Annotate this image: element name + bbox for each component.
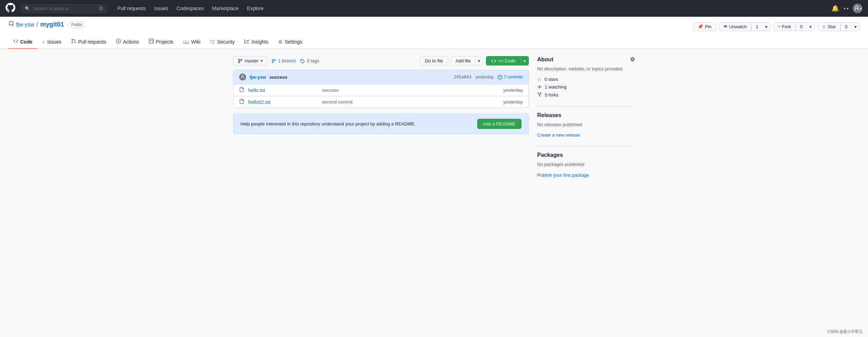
watching-count: 1 watching	[545, 84, 566, 90]
code-tab-icon	[13, 39, 18, 45]
watch-main[interactable]: 👁 Unwatch	[719, 23, 751, 31]
repo-actions: 📌 Pin 👁 Unwatch 1 ▾ ⑂ Fork 0 ▾	[693, 22, 860, 31]
repo-name-link[interactable]: mygit01	[40, 21, 64, 28]
readme-banner: Help people interested in this repositor…	[233, 114, 529, 134]
tab-pr-label: Pull requests	[78, 39, 106, 45]
tab-wiki[interactable]: 📖 Wiki	[178, 35, 205, 49]
publish-package-link[interactable]: Publish your first package	[537, 173, 589, 178]
fork-icon: ⑂	[778, 24, 781, 29]
branch-selector[interactable]: master ▾	[233, 56, 267, 66]
nav-explore[interactable]: Explore	[244, 3, 267, 13]
watch-caret[interactable]: ▾	[762, 23, 770, 31]
code-main[interactable]: <> Code	[486, 56, 520, 65]
tab-code-label: Code	[20, 39, 32, 45]
breadcrumb: fjw-ysw / mygit01 Public	[8, 21, 86, 28]
file-icon-hello02	[239, 99, 244, 105]
file-time-hello02: yesterday	[503, 99, 523, 105]
watching-stat: 👁 1 watching	[537, 84, 635, 90]
repo-owner-link[interactable]: fjw-ysw	[16, 22, 34, 28]
tab-actions[interactable]: Actions	[111, 35, 144, 49]
github-logo[interactable]	[6, 3, 15, 14]
search-input[interactable]	[33, 6, 96, 11]
file-commit-hello: success	[322, 87, 499, 93]
nav-issues[interactable]: Issues	[151, 3, 172, 13]
search-box[interactable]: 🔍 /	[21, 4, 107, 13]
code-caret[interactable]: ▾	[520, 57, 528, 65]
add-file-button: Add file ▾	[451, 56, 483, 66]
search-kbd: /	[99, 6, 103, 11]
tab-wiki-label: Wiki	[191, 39, 200, 45]
commit-meta: 245a843 yesterday 7 commits	[454, 75, 523, 79]
tab-security[interactable]: 🛡 Security	[205, 35, 240, 49]
about-description: No description, website, or topics provi…	[537, 66, 635, 72]
user-avatar[interactable]: ▾	[853, 3, 862, 13]
star-caret[interactable]: ▾	[852, 23, 859, 31]
new-menu-button[interactable]: + ▾	[843, 6, 848, 11]
watching-icon: 👁	[537, 84, 542, 90]
tab-code[interactable]: Code	[8, 35, 37, 49]
top-navigation: 🔍 / Pull requests Issues Codespaces Mark…	[0, 0, 868, 17]
commit-author-avatar	[239, 74, 246, 81]
tab-actions-label: Actions	[123, 39, 139, 45]
branch-count-link[interactable]: 1 branch	[272, 58, 296, 63]
commit-time: yesterday	[475, 75, 494, 79]
nav-codespaces[interactable]: Codespaces	[173, 3, 207, 13]
tab-issues[interactable]: ○ Issues	[37, 35, 66, 49]
packages-description: No packages published	[537, 161, 635, 168]
projects-tab-icon	[149, 39, 154, 45]
tab-issues-label: Issues	[47, 39, 61, 45]
latest-commit-row: fjw-ysw success 245a843 yesterday 7 comm…	[233, 70, 529, 84]
pin-icon: 📌	[698, 24, 703, 29]
add-readme-button[interactable]: Add a README	[477, 119, 521, 129]
releases-section: Releases No releases published Create a …	[537, 112, 635, 138]
wiki-tab-icon: 📖	[183, 39, 189, 45]
visibility-badge: Public	[68, 21, 86, 28]
commit-sha[interactable]: 245a843	[454, 75, 472, 79]
fork-main[interactable]: ⑂ Fork	[774, 23, 795, 31]
branch-chevron-icon: ▾	[261, 59, 263, 63]
star-button: ☆ Star 0 ▾	[817, 22, 860, 31]
forks-count: 0 forks	[545, 92, 558, 98]
notification-icon[interactable]: 🔔	[831, 5, 839, 12]
tab-insights-label: Insights	[251, 39, 268, 45]
file-name-hello[interactable]: hello.txt	[248, 87, 318, 93]
tag-count-link[interactable]: 0 tags	[300, 58, 319, 63]
about-title: About ⚙	[537, 56, 635, 63]
stars-icon: ☆	[537, 77, 542, 82]
security-tab-icon: 🛡	[210, 39, 215, 45]
pin-button[interactable]: 📌 Pin	[693, 22, 716, 31]
code-button: <> Code ▾	[486, 56, 529, 66]
releases-description: No releases published	[537, 121, 635, 128]
actions-tab-icon	[116, 39, 121, 45]
settings-gear-icon[interactable]: ⚙	[630, 56, 635, 63]
branch-tag-meta: 1 branch 0 tags	[272, 58, 319, 63]
top-nav-right: 🔔 + ▾ ▾	[831, 3, 862, 13]
pr-tab-icon	[71, 39, 76, 45]
stars-stat: ☆ 0 stars	[537, 77, 635, 82]
add-file-main[interactable]: Add file	[451, 56, 475, 65]
nav-marketplace[interactable]: Marketplace	[208, 3, 242, 13]
file-table: hello.txt success yesterday hello02.txt …	[233, 84, 529, 108]
about-section: About ⚙ No description, website, or topi…	[537, 56, 635, 98]
divider-1	[537, 106, 635, 107]
tab-settings[interactable]: ⚙ Settings	[273, 35, 307, 49]
top-nav-links: Pull requests Issues Codespaces Marketpl…	[114, 3, 267, 13]
commit-author-link[interactable]: fjw-ysw	[250, 75, 266, 80]
watch-button: 👁 Unwatch 1 ▾	[719, 22, 770, 31]
tab-projects[interactable]: Projects	[144, 35, 178, 49]
file-name-hello02[interactable]: hello02.txt	[248, 99, 318, 105]
file-browser-toolbar-right: Go to file Add file ▾ <> Code ▾	[420, 56, 529, 66]
commit-history-link[interactable]: 7 commits	[498, 75, 523, 79]
watch-count: 1	[751, 23, 762, 31]
tab-pull-requests[interactable]: Pull requests	[66, 35, 111, 49]
repo-icon	[8, 21, 14, 28]
repo-tabs: Code ○ Issues Pull requests Actions Proj…	[8, 35, 860, 49]
star-main[interactable]: ☆ Star	[818, 23, 840, 31]
file-row: hello.txt success yesterday	[234, 84, 528, 96]
go-to-file-button[interactable]: Go to file	[420, 56, 448, 66]
add-file-caret[interactable]: ▾	[475, 57, 483, 65]
nav-pull-requests[interactable]: Pull requests	[114, 3, 149, 13]
tab-insights[interactable]: Insights	[239, 35, 273, 49]
create-release-link[interactable]: Create a new release	[537, 132, 580, 138]
fork-caret[interactable]: ▾	[807, 23, 814, 31]
